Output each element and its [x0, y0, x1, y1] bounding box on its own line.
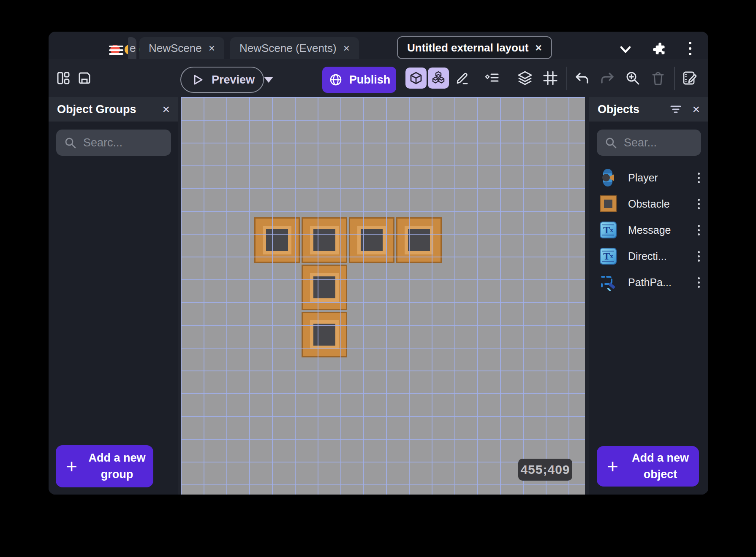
panel-title: Object Groups	[57, 103, 136, 116]
undo-icon[interactable]	[571, 68, 593, 89]
titlebar: e NewScene × NewScene (Events) × Untitle…	[49, 32, 708, 59]
search-input[interactable]	[624, 136, 693, 149]
globe-icon	[328, 72, 343, 87]
text-object-icon: Tx	[599, 247, 617, 265]
close-icon[interactable]: ×	[209, 43, 215, 54]
save-icon[interactable]	[74, 68, 95, 89]
kebab-icon[interactable]	[696, 197, 702, 211]
toolbar-separator	[566, 67, 567, 90]
obstacle-instance[interactable]	[302, 217, 347, 263]
tab-untitled-external-layout[interactable]: Untitled external layout ×	[397, 36, 552, 59]
close-icon[interactable]: ×	[692, 103, 700, 116]
close-icon[interactable]: ×	[343, 43, 350, 54]
obstacle-instance[interactable]	[302, 312, 347, 357]
obstacle-instance[interactable]	[396, 217, 442, 263]
objects-panel: Objects ×	[589, 97, 708, 495]
search-input[interactable]	[83, 136, 163, 149]
edit-objects-mode-cube-icon[interactable]	[405, 68, 427, 89]
object-row-player[interactable]: Player	[589, 165, 708, 191]
preview-button[interactable]: Preview	[180, 67, 264, 93]
plus-icon: +	[607, 455, 618, 478]
obstacle-instance[interactable]	[302, 265, 347, 310]
edit-pencil-icon[interactable]	[452, 68, 473, 89]
close-icon[interactable]: ×	[536, 42, 542, 53]
object-groups-panel: Object Groups × + Add a newgroup	[49, 97, 178, 495]
more-options-kebab-icon[interactable]	[687, 40, 693, 57]
text-object-icon: Tx	[599, 221, 617, 239]
kebab-icon[interactable]	[696, 223, 702, 237]
obstacle-instance[interactable]	[349, 217, 394, 263]
toolbar-separator	[674, 67, 675, 90]
object-row-message[interactable]: Tx Message	[589, 217, 708, 243]
caret-down-icon	[264, 77, 273, 83]
search-icon	[64, 136, 76, 149]
scene-canvas[interactable]: 455;409	[181, 97, 585, 495]
object-row-obstacle[interactable]: Obstacle	[589, 191, 708, 217]
kebab-icon[interactable]	[696, 249, 702, 263]
publish-button[interactable]: Publish	[322, 67, 396, 93]
zoom-in-icon[interactable]	[622, 68, 643, 89]
preview-dropdown-button[interactable]	[264, 77, 273, 83]
objects-search[interactable]	[597, 130, 701, 156]
play-icon	[191, 73, 204, 86]
object-groups-header: Object Groups ×	[49, 97, 178, 122]
chevron-down-icon[interactable]	[618, 42, 633, 57]
tab-truncated[interactable]: e	[128, 37, 136, 59]
cursor-coordinates-badge: 455;409	[518, 459, 572, 481]
panels-layout-icon[interactable]	[53, 68, 74, 89]
obstacle-icon	[599, 195, 617, 213]
instances-list-icon[interactable]	[481, 68, 503, 89]
tab-newscene-events[interactable]: NewScene (Events) ×	[230, 37, 359, 59]
obstacle-instance[interactable]	[254, 217, 300, 263]
extensions-puzzle-icon[interactable]	[651, 41, 668, 57]
object-row-pathpaint[interactable]: PathPa...	[589, 269, 708, 295]
path-icon	[599, 273, 617, 292]
kebab-icon[interactable]	[696, 276, 702, 289]
add-group-button[interactable]: + Add a newgroup	[56, 445, 153, 487]
search-icon	[604, 136, 617, 149]
trash-icon[interactable]	[647, 68, 669, 89]
plus-icon: +	[66, 455, 77, 478]
grid-icon[interactable]	[540, 68, 561, 89]
object-groups-search[interactable]	[56, 130, 171, 156]
kebab-icon[interactable]	[696, 171, 702, 185]
object-row-directions[interactable]: Tx Directi...	[589, 243, 708, 269]
close-icon[interactable]: ×	[162, 103, 170, 116]
layers-icon[interactable]	[514, 68, 536, 89]
add-object-button[interactable]: + Add a newobject	[597, 446, 699, 487]
edit-instances-mode-cubes-icon[interactable]	[428, 68, 449, 89]
filter-sort-icon[interactable]	[670, 105, 681, 114]
main-menu-icon[interactable]	[109, 46, 123, 55]
content-area: Object Groups × + Add a newgroup 455;409…	[49, 97, 708, 495]
tab-newscene[interactable]: NewScene ×	[139, 37, 224, 59]
player-icon	[599, 168, 617, 187]
scene-properties-edit-icon[interactable]	[679, 68, 700, 89]
redo-icon[interactable]	[597, 68, 618, 89]
canvas-grid	[181, 97, 585, 495]
app-window: e NewScene × NewScene (Events) × Untitle…	[49, 32, 708, 495]
objects-header: Objects ×	[589, 97, 708, 122]
panel-title: Objects	[598, 103, 639, 116]
toolbar: Preview Publish	[49, 59, 708, 97]
